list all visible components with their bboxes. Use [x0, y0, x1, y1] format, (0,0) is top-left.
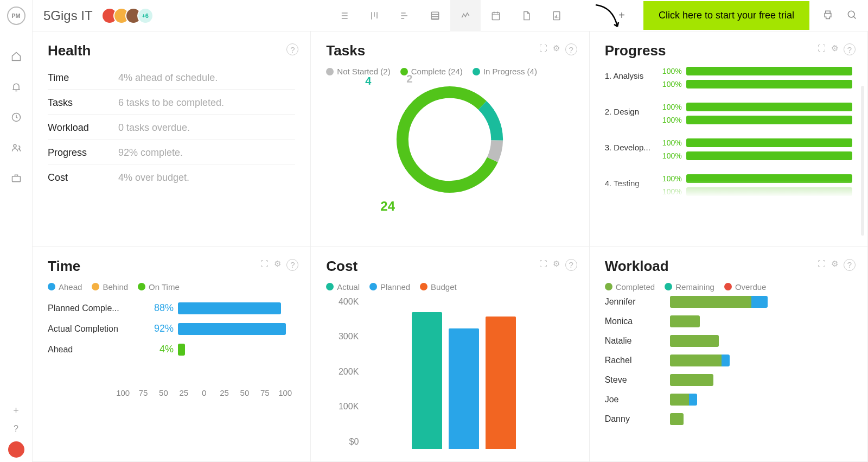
gear-icon[interactable]: ⚙ [553, 43, 560, 55]
workload-bar [670, 413, 684, 425]
legend-item[interactable]: Ahead [48, 282, 82, 292]
workload-bar [670, 394, 697, 406]
help-icon[interactable]: ? [565, 43, 577, 55]
view-list-icon[interactable] [329, 0, 359, 31]
legend-item[interactable]: On Time [138, 282, 180, 292]
sidebar-help-button[interactable]: ? [14, 424, 18, 434]
workload-bar [670, 315, 700, 327]
time-bar [178, 323, 286, 335]
project-avatars[interactable]: +6 [101, 8, 154, 24]
briefcase-icon[interactable] [10, 172, 23, 185]
cost-bar-planned [449, 328, 479, 448]
workload-bar [670, 374, 713, 386]
home-icon[interactable] [10, 50, 23, 63]
search-icon[interactable] [846, 9, 857, 22]
print-icon[interactable] [822, 9, 833, 22]
legend-item[interactable]: In Progress (4) [473, 67, 537, 76]
card-title: Time [48, 258, 295, 275]
clock-icon[interactable] [10, 111, 23, 124]
expand-icon[interactable]: ⛶ [260, 259, 269, 271]
gear-icon[interactable]: ⚙ [553, 259, 560, 271]
view-report-icon[interactable] [541, 0, 572, 31]
gear-icon[interactable]: ⚙ [831, 43, 838, 55]
cost-bar-budget [486, 317, 516, 449]
user-avatar[interactable] [8, 441, 24, 458]
legend-item[interactable]: Remaining [665, 282, 714, 292]
donut-label-complete: 24 [380, 199, 395, 214]
svg-point-6 [848, 11, 854, 17]
trial-banner[interactable]: Click here to start your free trial [643, 1, 809, 30]
time-bar [178, 344, 185, 356]
workload-row: Danny [605, 413, 852, 425]
donut-label-inprogress: 4 [365, 75, 371, 87]
view-file-icon[interactable] [511, 0, 541, 31]
progress-bar [686, 67, 852, 75]
view-calendar-icon[interactable] [481, 0, 511, 31]
avatar-more[interactable]: +6 [137, 8, 154, 24]
tasks-card: Tasks ⛶ ⚙ ? Not Started (2) Complete (24… [311, 31, 589, 247]
app-logo[interactable]: PM [7, 7, 25, 25]
project-title[interactable]: 5Gigs IT [43, 8, 93, 23]
progress-bar [686, 138, 852, 147]
workload-bar [670, 296, 768, 308]
card-title: Cost [326, 258, 573, 275]
card-title: Progress [605, 42, 852, 59]
expand-icon[interactable]: ⛶ [818, 259, 826, 271]
scrollbar[interactable] [861, 86, 864, 236]
progress-bar [686, 116, 852, 124]
progress-item: 2. Design 100% 100% [605, 103, 852, 124]
legend-item[interactable]: Planned [369, 282, 410, 292]
progress-item: 3. Develop... 100% 100% [605, 138, 852, 160]
health-row: Tasks6 tasks to be completed. [48, 92, 295, 115]
time-row: Ahead 4% [48, 344, 295, 356]
progress-bar [686, 151, 852, 160]
time-axis: 1007550250255075100 [113, 388, 295, 397]
cost-card: Cost ⛶ ⚙ ? Actual Planned Budget 400K 30… [311, 247, 589, 463]
expand-icon[interactable]: ⛶ [818, 43, 826, 55]
svg-rect-2 [12, 176, 20, 182]
view-sheet-icon[interactable] [420, 0, 450, 31]
legend-item[interactable]: Not Started (2) [326, 67, 390, 76]
card-title: Workload [605, 258, 852, 275]
workload-row: Joe [605, 394, 852, 406]
expand-icon[interactable]: ⛶ [539, 43, 547, 55]
view-board-icon[interactable] [359, 0, 390, 31]
workload-bar [670, 335, 719, 347]
help-icon[interactable]: ? [565, 259, 577, 271]
time-bar [178, 302, 281, 314]
workload-bar [670, 355, 730, 366]
legend-item[interactable]: Overdue [724, 282, 767, 292]
cost-bar-chart: 400K 300K 200K 100K $0 [326, 297, 573, 449]
svg-point-1 [14, 144, 16, 147]
help-icon[interactable]: ? [844, 259, 856, 271]
legend-item[interactable]: Behind [92, 282, 128, 292]
help-icon[interactable]: ? [286, 259, 298, 271]
workload-row: Natalie [605, 335, 852, 347]
view-gantt-icon[interactable] [390, 0, 420, 31]
health-row: Time4% ahead of schedule. [48, 67, 295, 90]
legend-item[interactable]: Completed [605, 282, 655, 292]
add-button[interactable]: + [618, 9, 625, 22]
progress-bar [686, 103, 852, 111]
sidebar-add-button[interactable]: + [13, 405, 19, 416]
help-icon[interactable]: ? [286, 43, 298, 55]
workload-row: Jennifer [605, 296, 852, 308]
health-card: Health ? Time4% ahead of schedule. Tasks… [33, 31, 311, 247]
legend-item[interactable]: Actual [326, 282, 360, 292]
view-tabs [329, 0, 572, 31]
topbar: 5Gigs IT +6 + [33, 0, 868, 31]
progress-bar [686, 80, 852, 88]
health-row: Workload0 tasks overdue. [48, 117, 295, 140]
legend-item[interactable]: Budget [420, 282, 457, 292]
expand-icon[interactable]: ⛶ [539, 259, 547, 271]
bell-icon[interactable] [10, 80, 23, 93]
people-icon[interactable] [10, 141, 23, 154]
gear-icon[interactable]: ⚙ [831, 259, 838, 271]
help-icon[interactable]: ? [844, 43, 856, 55]
svg-rect-4 [492, 12, 499, 20]
progress-card: Progress ⛶ ⚙ ? 1. Analysis 100% 100% [590, 31, 868, 247]
workload-row: Rachel [605, 355, 852, 366]
workload-card: Workload ⛶ ⚙ ? Completed Remaining Overd… [590, 247, 868, 463]
gear-icon[interactable]: ⚙ [274, 259, 281, 271]
view-dashboard-icon[interactable] [450, 0, 481, 31]
